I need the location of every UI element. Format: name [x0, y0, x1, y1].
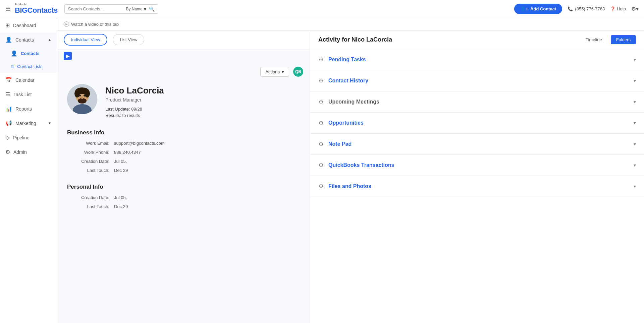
marketing-icon: 📢 — [5, 120, 12, 126]
tab-list-view[interactable]: List View — [113, 34, 144, 45]
opportunities-chevron-icon[interactable]: ▾ — [634, 120, 636, 126]
contacts-sub-icon: 👤 — [11, 50, 17, 57]
accordion-opportunities: ⚙ Opportunities ▾ — [310, 113, 644, 134]
sidebar-item-label: Contact Lists — [17, 64, 42, 69]
actions-chevron-icon: ▾ — [282, 69, 284, 74]
work-email-label: Work Email: — [67, 141, 114, 146]
contact-actions-bar: Actions ▾ QB — [57, 63, 310, 81]
results-value: to results — [122, 113, 140, 118]
search-by-label[interactable]: By Name — [126, 7, 142, 11]
sidebar-item-pipeline[interactable]: ◇ Pipeline — [0, 130, 57, 145]
main-content: ▶ Watch a video of this tab Individual V… — [57, 18, 644, 323]
sidebar-item-calendar[interactable]: 📅 Calendar — [0, 73, 57, 87]
svg-point-5 — [85, 89, 90, 98]
accordion-pending-tasks-header[interactable]: ⚙ Pending Tasks ▾ — [310, 49, 644, 70]
accordion-contact-history: ⚙ Contact History ▾ — [310, 70, 644, 91]
accordion-note-pad-header[interactable]: ⚙ Note Pad ▾ — [310, 134, 644, 154]
work-phone-label: Work Phone: — [67, 150, 114, 155]
accordion-upcoming-meetings-header[interactable]: ⚙ Upcoming Meetings ▾ — [310, 91, 644, 112]
opportunities-gear-icon[interactable]: ⚙ — [318, 119, 324, 127]
last-touch-value: Dec 29 — [114, 168, 128, 173]
accordion-files-photos-header[interactable]: ⚙ Files and Photos ▾ — [310, 176, 644, 197]
phone-link[interactable]: 📞 (855) 776-7763 — [568, 6, 605, 11]
files-photos-chevron-icon[interactable]: ▾ — [634, 184, 636, 189]
tab-folders[interactable]: Folders — [611, 35, 636, 44]
svg-point-9 — [81, 96, 83, 99]
sidebar-item-label: Calendar — [15, 77, 35, 83]
note-pad-gear-icon[interactable]: ⚙ — [318, 140, 324, 148]
dashboard-icon: ⊞ — [5, 22, 10, 28]
accordion-quickbooks-transactions: ⚙ QuickBooks Transactions ▾ — [310, 155, 644, 176]
contact-history-chevron-icon[interactable]: ▾ — [634, 78, 636, 83]
sidebar-item-label: Pipeline — [13, 135, 30, 140]
settings-icon[interactable]: ⚙▾ — [631, 6, 639, 12]
search-icon[interactable]: 🔍 — [149, 6, 155, 12]
upcoming-meetings-chevron-icon[interactable]: ▾ — [634, 99, 636, 105]
help-link[interactable]: ❓ Help — [610, 6, 626, 11]
task-list-icon: ☰ — [5, 91, 10, 98]
toolbar: ▶ Watch a video of this tab — [57, 18, 644, 30]
upcoming-meetings-gear-icon[interactable]: ⚙ — [318, 98, 324, 106]
pending-tasks-title: Pending Tasks — [328, 57, 629, 63]
search-bar: By Name ▾ 🔍 — [64, 4, 158, 14]
pending-tasks-gear-icon[interactable]: ⚙ — [318, 56, 324, 63]
nav-arrow[interactable]: ▶ — [64, 52, 72, 60]
sidebar-item-task-list[interactable]: ☰ Task List — [0, 87, 57, 102]
search-by-chevron-icon[interactable]: ▾ — [144, 6, 146, 12]
sidebar-item-reports[interactable]: 📊 Reports — [0, 102, 57, 116]
phone-icon: 📞 — [568, 6, 573, 11]
contact-history-gear-icon[interactable]: ⚙ — [318, 77, 324, 84]
accordion-upcoming-meetings: ⚙ Upcoming Meetings ▾ — [310, 91, 644, 113]
accordion-quickbooks-header[interactable]: ⚙ QuickBooks Transactions ▾ — [310, 155, 644, 176]
content-area: ▶ Actions ▾ QB — [57, 49, 644, 323]
topnav-right: 👤+ Add Contact 📞 (855) 776-7763 ❓ Help ⚙… — [514, 4, 639, 14]
quickbooks-title: QuickBooks Transactions — [328, 162, 629, 168]
tab-individual-view[interactable]: Individual View — [64, 34, 107, 46]
accordion-files-and-photos: ⚙ Files and Photos ▾ — [310, 176, 644, 197]
actions-button[interactable]: Actions ▾ — [260, 67, 289, 77]
watch-video-link[interactable]: ▶ Watch a video of this tab — [64, 21, 119, 27]
add-contact-button[interactable]: 👤+ Add Contact — [514, 4, 562, 14]
left-panel: ▶ Actions ▾ QB — [57, 49, 310, 323]
personal-info-header: Personal Info — [57, 180, 310, 193]
creation-date-value: Jul 05, — [114, 159, 127, 164]
creation-date-row: Creation Date: Jul 05, — [67, 157, 300, 166]
work-phone-value: 888.240.4347 — [114, 150, 141, 155]
svg-point-8 — [84, 94, 86, 96]
personal-last-touch-value: Dec 29 — [114, 204, 128, 209]
tab-timeline[interactable]: Timeline — [580, 35, 607, 44]
sidebar-item-admin[interactable]: ⚙ Admin — [0, 145, 57, 159]
menu-icon[interactable]: ☰ — [5, 5, 11, 13]
sidebar-item-contact-lists[interactable]: ≡ Contact Lists — [0, 60, 57, 73]
contact-name: Nico LaCorcia — [105, 85, 164, 96]
svg-point-4 — [74, 89, 80, 98]
help-icon: ❓ — [610, 6, 615, 11]
sidebar-item-contacts-group[interactable]: 👤 Contacts ▲ — [0, 33, 57, 47]
accordion-contact-history-header[interactable]: ⚙ Contact History ▾ — [310, 70, 644, 91]
reports-icon: 📊 — [5, 106, 12, 112]
pending-tasks-chevron-icon[interactable]: ▾ — [634, 57, 636, 62]
sidebar-item-contacts[interactable]: 👤 Contacts — [0, 47, 57, 60]
svg-point-7 — [79, 94, 81, 96]
accordion-opportunities-header[interactable]: ⚙ Opportunities ▾ — [310, 113, 644, 133]
quickbooks-gear-icon[interactable]: ⚙ — [318, 162, 324, 169]
business-info-header: Business Info — [57, 126, 310, 139]
files-photos-gear-icon[interactable]: ⚙ — [318, 183, 324, 190]
sidebar: ⊞ Dashboard 👤 Contacts ▲ 👤 Contacts ≡ Co… — [0, 18, 57, 323]
quickbooks-icon[interactable]: QB — [293, 67, 303, 77]
contact-job-title: Product Manager — [105, 97, 164, 103]
personal-last-touch-row: Last Touch: Dec 29 — [67, 202, 300, 211]
personal-creation-date-row: Creation Date: Jul 05, — [67, 193, 300, 202]
personal-creation-date-label: Creation Date: — [67, 195, 114, 200]
sidebar-item-marketing[interactable]: 📢 Marketing ▼ — [0, 116, 57, 130]
quickbooks-chevron-icon[interactable]: ▾ — [634, 163, 636, 168]
sidebar-item-dashboard[interactable]: ⊞ Dashboard — [0, 18, 57, 33]
search-input[interactable] — [68, 6, 126, 11]
note-pad-chevron-icon[interactable]: ▾ — [634, 141, 636, 147]
sidebar-item-label: Contacts — [15, 37, 34, 43]
results-label: Results: — [105, 113, 121, 118]
right-panel: ⚙ Pending Tasks ▾ ⚙ Contact History ▾ ⚙ … — [310, 49, 644, 323]
watch-video-label: Watch a video of this tab — [71, 22, 119, 27]
contact-meta: Last Update: 09/28 Results: to results — [105, 107, 164, 118]
chevron-down-icon: ▼ — [48, 121, 51, 125]
